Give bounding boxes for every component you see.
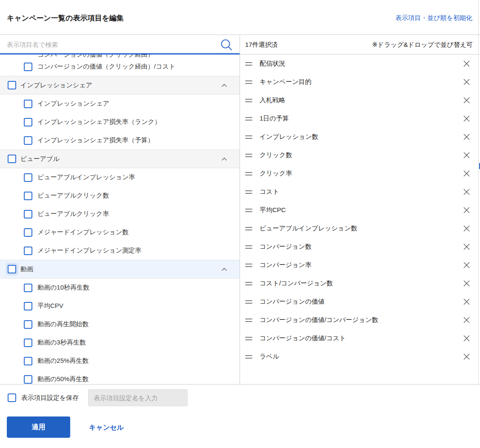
checkbox-icon[interactable] (24, 173, 32, 182)
column-option[interactable]: メジャードインプレッション数 (0, 223, 240, 241)
column-option[interactable]: 動画の3秒再生数 (0, 333, 240, 352)
checkbox-icon[interactable] (24, 210, 32, 218)
drag-handle-icon[interactable] (245, 300, 252, 304)
remove-icon[interactable] (463, 115, 470, 122)
remove-icon[interactable] (463, 316, 470, 324)
checkbox-icon[interactable] (24, 192, 32, 200)
selected-column-row[interactable]: クリック数 (240, 146, 480, 164)
column-option[interactable]: 動画の50%再生数 (0, 370, 240, 384)
column-group-header-video[interactable]: 動画 (0, 260, 240, 279)
remove-icon[interactable] (463, 207, 470, 214)
remove-icon[interactable] (463, 97, 470, 104)
selected-column-row[interactable]: キャンペーン目的 (240, 73, 480, 91)
column-option[interactable]: メジャードインプレッション測定率 (0, 241, 240, 260)
chevron-up-icon[interactable] (221, 266, 228, 273)
remove-icon[interactable] (463, 225, 470, 232)
checkbox-icon[interactable] (24, 302, 32, 310)
column-group-header[interactable]: インプレッションシェア (0, 76, 240, 95)
checkbox-icon[interactable] (8, 155, 16, 163)
checkbox-icon[interactable] (24, 357, 32, 365)
drag-handle-icon[interactable] (245, 227, 252, 230)
checkbox-icon[interactable] (24, 228, 32, 237)
drag-handle-icon[interactable] (245, 245, 252, 249)
selected-column-row[interactable]: 配信状況 (240, 55, 480, 73)
selected-column-row[interactable]: コスト (240, 183, 480, 201)
selected-column-row[interactable]: 1日の予算 (240, 109, 480, 128)
checkbox-icon[interactable] (24, 320, 32, 329)
selected-column-row[interactable]: コンバージョン率 (240, 256, 480, 274)
remove-icon[interactable] (463, 353, 470, 360)
selected-column-row[interactable]: 入札戦略 (240, 91, 480, 109)
selected-column-row[interactable]: コンバージョン数 (240, 238, 480, 256)
checkbox-icon[interactable] (8, 265, 16, 273)
chevron-up-icon[interactable] (221, 82, 228, 89)
checkbox-icon[interactable] (24, 247, 32, 255)
checkbox-icon[interactable] (24, 118, 32, 126)
drag-handle-icon[interactable] (245, 282, 252, 285)
column-option[interactable]: 動画の25%再生数 (0, 352, 240, 370)
reset-columns-link[interactable]: 表示項目・並び順を初期化 (395, 14, 472, 22)
drag-handle-icon[interactable] (245, 135, 252, 139)
column-option[interactable]: ビューアブルクリック率 (0, 205, 240, 223)
column-option[interactable]: 平均CPV (0, 297, 240, 315)
column-option[interactable]: インプレッションシェア損失率（ランク） (0, 113, 240, 131)
drag-handle-icon[interactable] (245, 154, 252, 157)
drag-handle-icon[interactable] (245, 264, 252, 267)
settings-name-input[interactable] (88, 389, 188, 406)
drag-handle-icon[interactable] (245, 209, 252, 212)
drag-handle-icon[interactable] (245, 62, 252, 66)
selected-column-label: コンバージョンの価値/コンバージョン数 (260, 316, 378, 324)
search-icon[interactable] (220, 38, 233, 51)
selected-column-row[interactable]: コンバージョンの価値/コスト (240, 329, 480, 347)
selected-column-row[interactable]: ビューアブルインプレッション数 (240, 219, 480, 238)
remove-icon[interactable] (463, 335, 470, 342)
checkbox-icon[interactable] (24, 375, 32, 384)
checkbox-icon[interactable] (24, 136, 32, 145)
drag-handle-icon[interactable] (245, 99, 252, 102)
apply-button[interactable]: 適用 (7, 416, 70, 438)
column-option[interactable]: ビューアブルインプレッション率 (0, 168, 240, 187)
checkbox-icon[interactable] (8, 81, 16, 89)
selected-column-row[interactable]: コンバージョンの価値/コンバージョン数 (240, 311, 480, 329)
selected-column-row[interactable]: ラベル (240, 347, 480, 366)
chevron-up-icon[interactable] (221, 156, 228, 163)
column-option[interactable]: ビューアブルクリック数 (0, 187, 240, 205)
column-option[interactable]: 動画の再生開始数 (0, 315, 240, 333)
remove-icon[interactable] (463, 261, 470, 269)
selected-column-row[interactable]: クリック率 (240, 164, 480, 183)
column-option[interactable]: 動画の10秒再生数 (0, 279, 240, 297)
selected-column-row[interactable]: コンバージョンの価値 (240, 293, 480, 311)
save-settings-checkbox[interactable] (8, 393, 16, 402)
column-option[interactable]: インプレッションシェア (0, 95, 240, 113)
clipped-row[interactable]: コンバージョンの価値（クリック経由） (0, 55, 240, 57)
remove-icon[interactable] (463, 298, 470, 305)
selected-column-row[interactable]: 平均CPC (240, 201, 480, 219)
drag-handle-icon[interactable] (245, 117, 252, 121)
remove-icon[interactable] (463, 280, 470, 287)
checkbox-icon[interactable] (24, 63, 32, 71)
cancel-button[interactable]: キャンセル (89, 423, 124, 432)
selected-column-row[interactable]: コスト/コンバージョン数 (240, 274, 480, 293)
remove-icon[interactable] (463, 170, 470, 177)
remove-icon[interactable] (463, 133, 470, 141)
drag-handle-icon[interactable] (245, 355, 252, 359)
checkbox-icon[interactable] (24, 284, 32, 292)
selected-column-row[interactable]: インプレッション数 (240, 128, 480, 146)
remove-icon[interactable] (463, 152, 470, 159)
column-option[interactable]: コンバージョンの価値（クリック経由）/コスト (0, 57, 240, 76)
drag-handle-icon[interactable] (245, 319, 252, 322)
drag-handle-icon[interactable] (245, 80, 252, 84)
drag-handle-icon[interactable] (245, 172, 252, 175)
column-group-header[interactable]: ビューアブル (0, 149, 240, 168)
drag-handle-icon[interactable] (245, 337, 252, 340)
drag-handle-icon[interactable] (245, 190, 252, 194)
selected-column-label: ビューアブルインプレッション数 (260, 224, 357, 233)
checkbox-icon[interactable] (24, 100, 32, 108)
search-input[interactable] (0, 35, 240, 53)
remove-icon[interactable] (463, 60, 470, 67)
column-option[interactable]: インプレッションシェア損失率（予算） (0, 131, 240, 149)
remove-icon[interactable] (463, 243, 470, 250)
checkbox-icon[interactable] (24, 339, 32, 347)
remove-icon[interactable] (463, 188, 470, 195)
remove-icon[interactable] (463, 78, 470, 86)
